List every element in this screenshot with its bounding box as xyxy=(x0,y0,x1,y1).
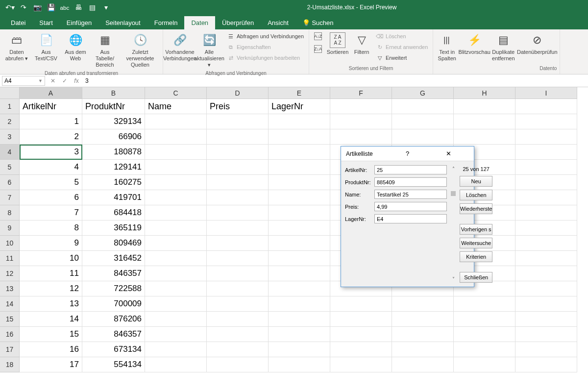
cell[interactable] xyxy=(330,99,392,114)
row-header[interactable]: 16 xyxy=(0,327,20,342)
cell[interactable] xyxy=(515,281,577,296)
aus-tabelle-button[interactable]: ▦Aus Tabelle/ Bereich xyxy=(91,31,119,70)
cell[interactable] xyxy=(207,357,269,372)
dialog-scrollbar[interactable]: ˄ ˅ xyxy=(451,165,456,283)
cell[interactable] xyxy=(454,129,515,145)
formula-input[interactable]: 3 xyxy=(82,77,588,84)
tab-start[interactable]: Start xyxy=(32,16,59,29)
cell[interactable] xyxy=(330,129,392,145)
cell[interactable] xyxy=(454,342,515,357)
cell[interactable]: 673134 xyxy=(82,342,145,357)
cell[interactable] xyxy=(515,266,577,281)
cell[interactable]: 14 xyxy=(20,312,82,327)
row-header[interactable]: 3 xyxy=(0,129,20,145)
cell[interactable] xyxy=(145,327,207,342)
cell[interactable] xyxy=(392,312,454,327)
cell[interactable]: Preis xyxy=(207,99,269,114)
row-header[interactable]: 17 xyxy=(0,342,20,357)
cell[interactable] xyxy=(515,99,577,114)
cell[interactable]: 554134 xyxy=(82,357,145,372)
zuletzt-quellen-button[interactable]: 🕓Zuletzt verwendete Quellen xyxy=(121,31,160,70)
cell[interactable] xyxy=(392,129,454,145)
column-header-G[interactable]: G xyxy=(392,87,454,99)
cell[interactable] xyxy=(145,190,207,205)
cell[interactable] xyxy=(269,266,330,281)
cell[interactable]: Name xyxy=(145,99,207,114)
cell[interactable] xyxy=(330,342,392,357)
cell[interactable] xyxy=(515,312,577,327)
cell[interactable]: 8 xyxy=(20,220,82,236)
vorherigen-button[interactable]: Vorherigen s xyxy=(460,224,492,235)
cell[interactable] xyxy=(269,251,330,266)
cell[interactable]: 809469 xyxy=(82,236,145,251)
blitzvorschau-button[interactable]: ⚡Blitzvorschau xyxy=(460,31,489,56)
cell[interactable] xyxy=(454,327,515,342)
row-header[interactable]: 12 xyxy=(0,266,20,281)
cell[interactable] xyxy=(515,129,577,145)
wiederherstellen-button[interactable]: Wiederherste xyxy=(460,203,492,214)
cell[interactable] xyxy=(269,175,330,190)
cell[interactable] xyxy=(515,114,577,129)
cell[interactable]: 13 xyxy=(20,296,82,312)
cell[interactable] xyxy=(207,296,269,312)
form-icon[interactable]: ▤ xyxy=(88,3,96,11)
abfragen-verbindungen-button[interactable]: ☰Abfragen und Verbindungen xyxy=(225,31,306,41)
cell[interactable] xyxy=(330,312,392,327)
erweitert-button[interactable]: ▽Erweitert xyxy=(374,53,430,63)
aus-text-csv-button[interactable]: 📄Aus Text/CSV xyxy=(32,31,60,63)
cell[interactable]: 419701 xyxy=(82,190,145,205)
cell[interactable]: LagerNr xyxy=(269,99,330,114)
cell[interactable]: 9 xyxy=(20,236,82,251)
cell[interactable]: 11 xyxy=(20,266,82,281)
column-header-E[interactable]: E xyxy=(269,87,330,99)
select-all-corner[interactable] xyxy=(0,87,20,99)
name-input[interactable] xyxy=(374,190,447,199)
cell[interactable] xyxy=(145,296,207,312)
cell[interactable]: ArtikelNr xyxy=(20,99,82,114)
cell[interactable] xyxy=(207,266,269,281)
cell[interactable] xyxy=(207,190,269,205)
dialog-close-button[interactable]: ✕ xyxy=(428,150,469,157)
spellcheck-icon[interactable]: abc xyxy=(61,3,69,11)
cell[interactable] xyxy=(515,296,577,312)
cell[interactable] xyxy=(207,114,269,129)
cell[interactable] xyxy=(515,327,577,342)
scroll-down-icon[interactable]: ˅ xyxy=(452,276,455,282)
save-icon[interactable]: 💾 xyxy=(47,3,55,11)
cell[interactable] xyxy=(454,296,515,312)
filtern-button[interactable]: ▽Filtern xyxy=(351,31,372,56)
row-header[interactable]: 13 xyxy=(0,281,20,296)
cell[interactable]: 846357 xyxy=(82,327,145,342)
cell[interactable] xyxy=(145,129,207,145)
row-header[interactable]: 11 xyxy=(0,251,20,266)
scroll-thumb[interactable] xyxy=(451,191,456,196)
cell[interactable]: 5 xyxy=(20,175,82,190)
filter-loeschen-button[interactable]: ⌫Löschen xyxy=(374,31,430,41)
cell[interactable] xyxy=(269,114,330,129)
cell[interactable]: 700009 xyxy=(82,296,145,312)
cell[interactable]: 684418 xyxy=(82,205,145,220)
cell[interactable]: 16 xyxy=(20,342,82,357)
cell[interactable] xyxy=(454,114,515,129)
cell[interactable] xyxy=(207,160,269,175)
cell[interactable] xyxy=(207,145,269,160)
aus-web-button[interactable]: 🌐Aus dem Web xyxy=(62,31,89,63)
cell[interactable] xyxy=(269,342,330,357)
cell[interactable] xyxy=(269,145,330,160)
cell[interactable] xyxy=(207,281,269,296)
column-header-I[interactable]: I xyxy=(515,87,577,99)
cell[interactable] xyxy=(269,327,330,342)
cell[interactable] xyxy=(145,205,207,220)
row-header[interactable]: 7 xyxy=(0,190,20,205)
cell[interactable] xyxy=(330,114,392,129)
tab-ansicht[interactable]: Ansicht xyxy=(261,16,295,29)
cell[interactable]: 7 xyxy=(20,205,82,220)
cell[interactable]: 180878 xyxy=(82,145,145,160)
row-header[interactable]: 9 xyxy=(0,220,20,236)
column-header-B[interactable]: B xyxy=(82,87,145,99)
cell[interactable] xyxy=(515,175,577,190)
cell[interactable] xyxy=(515,145,577,160)
cell[interactable] xyxy=(269,312,330,327)
erneut-anwenden-button[interactable]: ↻Erneut anwenden xyxy=(374,42,430,52)
cell[interactable]: 12 xyxy=(20,281,82,296)
